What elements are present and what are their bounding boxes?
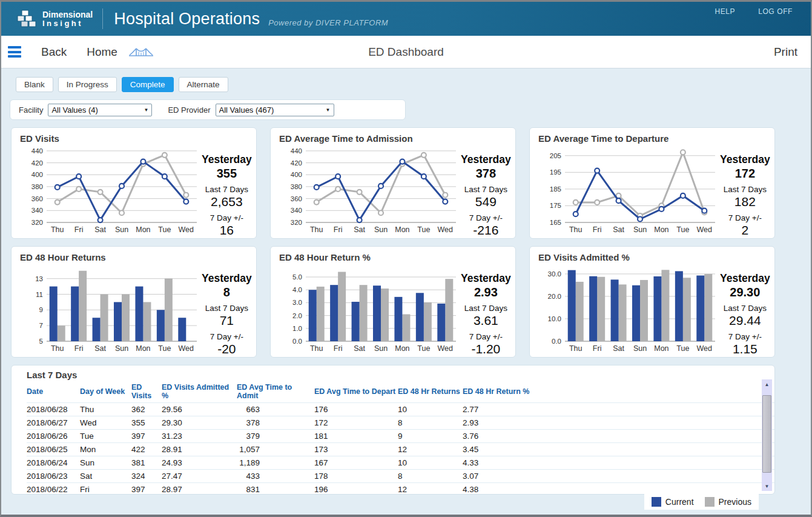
charts-grid: ED Visits 320340360380400420440ThuFriSat…: [11, 127, 775, 358]
table-header-row: DateDay of WeekED VisitsED Visits Admitt…: [27, 382, 774, 403]
svg-text:380: 380: [291, 183, 302, 190]
svg-text:Wed: Wed: [179, 344, 194, 353]
table-cell: 2018/06/26: [27, 430, 80, 443]
log-off-button[interactable]: LOG OFF: [758, 7, 793, 16]
svg-text:Fri: Fri: [593, 225, 602, 234]
tab-complete[interactable]: Complete: [122, 77, 174, 92]
dropdown-arrow-icon: ▼: [326, 107, 331, 113]
table-cell: 8: [398, 470, 463, 483]
chart-title: ED Visits Admitted %: [538, 252, 767, 262]
help-button[interactable]: HELP: [715, 7, 735, 16]
table-row[interactable]: 2018/06/24Sun38124.931,189167104.33: [27, 456, 774, 470]
scrollbar-thumb[interactable]: [762, 395, 771, 473]
chart-title: ED Visits: [20, 133, 249, 144]
chart-card: ED Average Time to Departure 16517518519…: [529, 127, 775, 239]
back-button[interactable]: Back: [41, 45, 67, 59]
svg-text:0.0: 0.0: [292, 338, 302, 345]
table-cell: 831: [237, 483, 314, 495]
table-row[interactable]: 2018/06/25Mon42228.911,057173123.45: [27, 443, 774, 456]
provider-dropdown[interactable]: All Values (467) ▼: [216, 104, 334, 116]
svg-text:30.0: 30.0: [548, 270, 561, 278]
facility-dropdown[interactable]: All Values (4) ▼: [48, 104, 152, 116]
scrollbar-down-icon[interactable]: ▼: [762, 481, 772, 491]
svg-text:Tue: Tue: [417, 225, 430, 234]
svg-text:Sun: Sun: [374, 344, 388, 353]
stat-last7-value: 71: [202, 313, 252, 328]
table-cell: 29.56: [162, 403, 237, 416]
svg-text:Mon: Mon: [654, 344, 668, 353]
tab-in-progress[interactable]: In Progress: [58, 77, 117, 92]
table-cell: 24.93: [162, 456, 237, 470]
table-cell: 663: [237, 403, 314, 416]
table-cell: 31.23: [162, 430, 237, 443]
table-column-header[interactable]: Day of Week: [80, 382, 131, 403]
svg-text:360: 360: [291, 195, 302, 202]
svg-text:185: 185: [550, 185, 561, 193]
svg-text:Fri: Fri: [74, 225, 84, 234]
chart-stats: Yesterday 355 Last 7 Days 2,653 7 Day +/…: [202, 144, 252, 238]
print-button[interactable]: Print: [774, 45, 797, 59]
table-cell: 397: [131, 483, 162, 495]
table-cell: 324: [131, 470, 162, 483]
tab-blank[interactable]: Blank: [16, 77, 53, 92]
svg-text:Fri: Fri: [593, 344, 602, 353]
stat-yesterday-label: Yesterday: [720, 272, 770, 285]
table-column-header[interactable]: ED 48 Hr Return %: [463, 382, 774, 403]
svg-text:Thu: Thu: [51, 225, 64, 234]
chart-title: ED 48 Hour Return %: [279, 252, 508, 262]
current-swatch-icon: [652, 497, 661, 507]
table-cell: 2018/06/22: [27, 483, 80, 495]
menu-icon[interactable]: [8, 46, 21, 58]
svg-text:Mon: Mon: [395, 225, 409, 234]
table-row[interactable]: 2018/06/23Sat32427.4743317883.07: [27, 470, 774, 483]
previous-swatch-icon: [705, 497, 715, 507]
svg-text:Sun: Sun: [633, 225, 647, 234]
svg-text:Mon: Mon: [136, 344, 150, 353]
page-title: ED Dashboard: [368, 45, 444, 59]
bridge-icon[interactable]: [128, 46, 154, 58]
table-cell: 4.33: [463, 456, 774, 470]
table-column-header[interactable]: ED Avg Time to Admit: [237, 382, 314, 403]
table-row[interactable]: 2018/06/27Wed35529.3037817282.93: [27, 416, 774, 430]
table-column-header[interactable]: ED Avg Time to Depart: [314, 382, 398, 403]
home-button[interactable]: Home: [87, 45, 117, 59]
chart-stats: Yesterday 8 Last 7 Days 71 7 Day +/- -20: [202, 262, 252, 357]
stat-yesterday-label: Yesterday: [720, 153, 770, 166]
table-cell: 172: [314, 416, 398, 430]
svg-text:Thu: Thu: [310, 225, 323, 234]
table-cell: 2018/06/23: [27, 470, 80, 483]
scrollbar-up-icon[interactable]: ▲: [762, 379, 772, 389]
dimensional-insight-logo[interactable]: Dimensional Insight: [16, 9, 93, 28]
table-scrollbar[interactable]: ▲ ▼: [762, 379, 772, 491]
chart-card: ED Average Time to Admission 32034036038…: [270, 127, 516, 239]
table-cell-value: 831: [237, 485, 260, 494]
svg-text:3.0: 3.0: [292, 299, 302, 306]
content-area: BlankIn ProgressCompleteAlternate Facili…: [1, 68, 811, 495]
table-row[interactable]: 2018/06/26Tue39731.2337918193.76: [27, 430, 774, 443]
table-cell-value: 378: [237, 418, 260, 427]
table-column-header[interactable]: ED Visits: [131, 382, 162, 403]
table-row[interactable]: 2018/06/22Fri39728.97831196124.38: [27, 483, 774, 495]
provider-value: All Values (467): [219, 105, 274, 115]
facility-value: All Values (4): [51, 105, 97, 115]
stat-plusminus-label: 7 Day +/-: [720, 213, 770, 222]
svg-text:1.0: 1.0: [292, 325, 302, 332]
stat-yesterday-value: 8: [202, 285, 252, 299]
svg-text:Wed: Wed: [438, 344, 454, 353]
table-cell: 362: [131, 403, 162, 416]
svg-text:Thu: Thu: [569, 344, 583, 353]
table-column-header[interactable]: ED Visits Admitted %: [162, 382, 237, 403]
table-column-header[interactable]: Date: [27, 382, 80, 403]
tab-alternate[interactable]: Alternate: [179, 77, 228, 92]
table-row[interactable]: 2018/06/28Thu36229.56663176102.77: [27, 403, 774, 416]
filter-bar: Facility All Values (4) ▼ ED Provider Al…: [10, 99, 406, 120]
table-cell: 379: [237, 430, 314, 443]
svg-text:165: 165: [550, 219, 561, 226]
svg-text:Wed: Wed: [697, 225, 713, 234]
svg-text:440: 440: [291, 147, 302, 155]
stat-last7-label: Last 7 Days: [461, 304, 511, 313]
table-cell: 176: [314, 403, 398, 416]
tab-bar: BlankIn ProgressCompleteAlternate: [16, 77, 811, 92]
logo-line-2: Insight: [42, 19, 93, 27]
table-column-header[interactable]: ED 48 Hr Returns: [398, 382, 463, 403]
